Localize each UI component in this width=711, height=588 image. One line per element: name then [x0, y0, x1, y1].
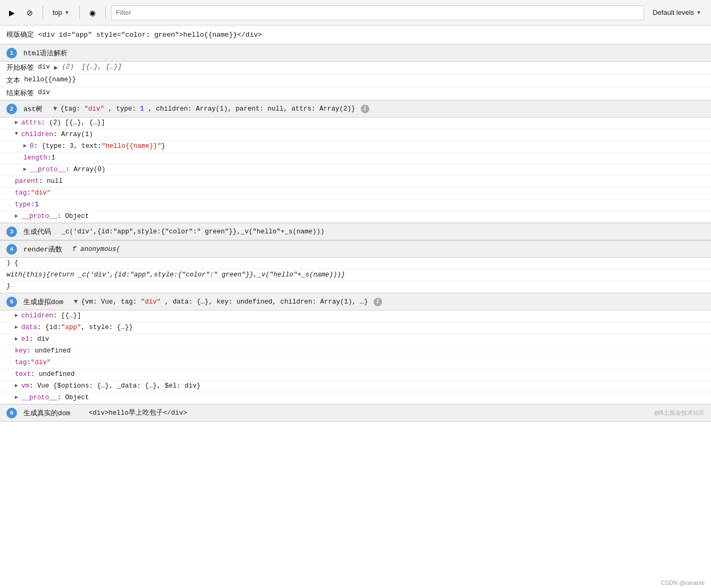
- play-button[interactable]: ▶: [4, 5, 19, 20]
- parse-val-2: div: [38, 89, 50, 96]
- parent-key: parent: [15, 178, 39, 185]
- context-selector[interactable]: top ▼: [48, 7, 74, 18]
- step6-section: 6 生成真实的dom <div>hello早上吃包子</div> @稀土掘金技术…: [0, 404, 711, 422]
- step2-info-icon: i: [361, 105, 369, 113]
- filter-input[interactable]: [111, 5, 644, 20]
- step3-value: _c('div',{id:"app",style:{"color":" gree…: [62, 228, 325, 236]
- toolbar: ▶ ⊘ top ▼ ◉ Default levels ▼: [0, 0, 711, 26]
- step5-section: 5 生成虚拟dom ▼ {vm: Vue, tag: "div" , data:…: [0, 293, 711, 310]
- step5-badge: 5: [6, 297, 17, 307]
- stop-button[interactable]: ⊘: [22, 5, 37, 20]
- attrs-triangle: ▶: [15, 119, 20, 125]
- ast-children-row: ▼ children : Array(1): [0, 129, 711, 141]
- template-confirm-text: 模版确定 <div id="app" style="color: green">…: [6, 31, 262, 39]
- step5-summary: {vm: Vue, tag: "div" , data: {…}, key: u…: [81, 298, 368, 306]
- length-key: length: [23, 154, 47, 162]
- render-line1: ) {: [0, 258, 711, 270]
- parse-row-1: 文本 hello{{name}}: [0, 74, 711, 87]
- vdom-el-triangle: ▶: [15, 335, 20, 342]
- ast-tag-key: tag: [15, 189, 27, 197]
- render-line3-text: }: [6, 283, 11, 290]
- vdom-proto-triangle: ▶: [15, 394, 20, 400]
- parse-row-2: 结束标签 div: [0, 87, 711, 100]
- length-value: 1: [52, 154, 56, 162]
- parse-val-1: hello{{name}}: [24, 76, 77, 83]
- proto2-key: __proto__: [21, 213, 57, 220]
- step6-label: 生成真实的dom: [23, 408, 70, 418]
- step4-section: 4 render函数 f anonymous(: [0, 240, 711, 258]
- child0-key: 0: [30, 142, 34, 150]
- vdom-el-row: ▶ el : div: [0, 334, 711, 346]
- vdom-vm-key: vm: [21, 382, 29, 390]
- vdom-children-row: ▶ children : [{…}]: [0, 310, 711, 322]
- step2-label: ast树: [23, 104, 43, 114]
- child0-triangle: ▶: [23, 142, 29, 149]
- parse-row-0: 开始标签 div ▶ (2) [{…}, {…}]: [0, 62, 711, 74]
- step5-label: 生成虚拟dom: [23, 297, 63, 307]
- vdom-children-triangle: ▶: [15, 312, 20, 318]
- step5-info-icon: i: [374, 298, 382, 306]
- step1-section: 1 html语法解析: [0, 44, 711, 62]
- parse-label-0: 开始标签: [6, 63, 38, 72]
- context-label: top: [53, 9, 62, 16]
- step2-section: 2 ast树 ▼ {tag: "div" , type: 1 , childre…: [0, 100, 711, 117]
- levels-dropdown-icon: ▼: [696, 10, 701, 15]
- vdom-vm-triangle: ▶: [15, 382, 20, 389]
- parse-label-1: 文本: [6, 76, 24, 85]
- eye-button[interactable]: ◉: [85, 5, 100, 20]
- vdom-data-triangle: ▶: [15, 324, 20, 330]
- watermark-text: @稀土掘金技术社区: [654, 409, 705, 417]
- step4-badge: 4: [6, 244, 17, 255]
- ast-attrs-row: ▶ attrs : (2) [{…}, {…}]: [0, 117, 711, 129]
- vdom-el-key: el: [21, 335, 29, 343]
- dropdown-icon: ▼: [64, 10, 70, 15]
- render-line3: }: [0, 281, 711, 293]
- ast-type-key: type: [15, 201, 31, 208]
- step2-triangle: ▼: [53, 105, 57, 113]
- proto1-triangle: ▶: [23, 166, 29, 172]
- levels-label: Default levels: [653, 9, 694, 16]
- stop-icon: ⊘: [27, 9, 33, 17]
- render-line2-text: with(this){return _c('div',{id:"app",sty…: [6, 271, 345, 279]
- vdom-proto-row: ▶ __proto__ : Object: [0, 392, 711, 404]
- step4-label: render函数: [23, 245, 62, 254]
- play-icon: ▶: [9, 9, 15, 17]
- step6-value: <div>hello早上吃包子</div>: [89, 408, 187, 417]
- eye-icon: ◉: [89, 9, 96, 17]
- vdom-key-row: key : undefined: [0, 346, 711, 357]
- step3-badge: 3: [6, 226, 17, 237]
- step3-label: 生成代码: [23, 227, 51, 237]
- ast-proto2-row: ▶ __proto__ : Object: [0, 211, 711, 223]
- csdn-watermark: CSDN @rananle: [661, 579, 705, 586]
- parse-val-0: (2) [{…}, {…}]: [58, 63, 122, 71]
- separator-2: [79, 6, 80, 19]
- parse-triangle-0: ▶: [54, 63, 58, 72]
- step5-triangle: ▼: [74, 298, 78, 306]
- children-triangle: ▼: [15, 131, 20, 137]
- ast-parent-row: parent : null: [0, 176, 711, 188]
- ast-child0-row: ▶ 0 : {type: 3, text: "hello{{name}}" }: [0, 141, 711, 153]
- proto1-key: __proto__: [30, 166, 66, 173]
- render-line1-text: ) {: [6, 259, 19, 267]
- ast-length-row: length : 1: [0, 153, 711, 164]
- vdom-key-key: key: [15, 347, 27, 355]
- step1-badge: 1: [6, 48, 17, 58]
- template-confirm-row: 模版确定 <div id="app" style="color: green">…: [0, 26, 711, 44]
- vdom-tag-row: tag : "div": [0, 357, 711, 369]
- vdom-proto-key: __proto__: [21, 394, 57, 401]
- console-content: 模版确定 <div id="app" style="color: green">…: [0, 26, 711, 422]
- vdom-text-row: text : undefined: [0, 369, 711, 381]
- vdom-data-key: data: [21, 324, 37, 331]
- step1-label: html语法解析: [23, 48, 67, 58]
- attrs-key: attrs: [21, 119, 41, 127]
- separator-1: [43, 6, 43, 19]
- ast-type-row: type : 1: [0, 199, 711, 211]
- vdom-data-row: ▶ data : {id: "app" , style: {…}}: [0, 322, 711, 334]
- separator-3: [105, 6, 106, 19]
- vdom-children-key: children: [21, 312, 53, 320]
- parse-val-tag-0: div: [38, 63, 54, 71]
- step6-badge: 6: [6, 408, 17, 418]
- render-line2: with(this){return _c('div',{id:"app",sty…: [0, 270, 711, 281]
- levels-button[interactable]: Default levels ▼: [647, 6, 707, 19]
- vdom-vm-row: ▶ vm : Vue {$options: {…}, _data: {…}, $…: [0, 381, 711, 392]
